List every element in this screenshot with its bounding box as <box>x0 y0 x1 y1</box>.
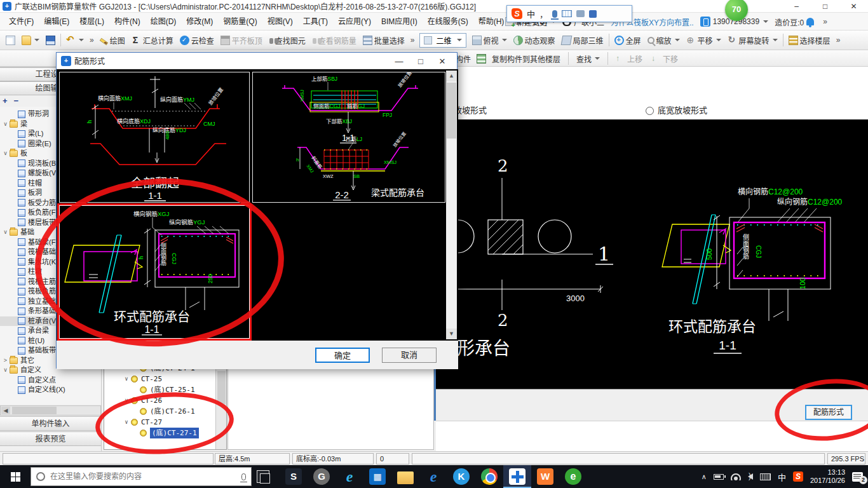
zoom-button[interactable]: 缩放 <box>644 34 683 47</box>
taskbar-app-slot[interactable] <box>336 465 363 488</box>
save-button[interactable] <box>43 34 58 46</box>
cancel-button[interactable]: 取消 <box>382 348 437 363</box>
overflow-chevron-icon[interactable]: » <box>834 36 843 44</box>
task-view-button[interactable] <box>257 470 269 483</box>
scrollbar-thumb[interactable] <box>447 83 456 139</box>
taskbar-app-slot[interactable] <box>503 465 531 488</box>
component-tree-item[interactable]: (底)CT-25-1 <box>104 384 226 395</box>
tree-expand-arrow-icon[interactable]: ∨ <box>122 374 131 384</box>
select-floor-button[interactable]: 选择楼层 <box>785 34 834 47</box>
start-button[interactable] <box>0 465 31 488</box>
ime-toolbox-icon[interactable] <box>589 10 597 18</box>
view-mode-combo[interactable]: 二维 <box>419 33 466 48</box>
new-file-button[interactable] <box>3 34 18 46</box>
open-file-button[interactable] <box>18 34 43 46</box>
scrollbar-thumb[interactable] <box>12 407 57 414</box>
view-rebar-button[interactable]: 查看钢筋量 <box>309 34 360 47</box>
scroll-down-arrow-icon[interactable]: ▼ <box>446 329 457 339</box>
tree-expand-arrow-icon[interactable]: > <box>1 356 10 365</box>
sidebar-tree-item[interactable]: 自定义点 <box>0 376 101 386</box>
menu-item[interactable]: 视图(V) <box>262 13 298 30</box>
menu-item[interactable]: 修改(M) <box>181 13 218 30</box>
move-down-button[interactable]: 下移 <box>648 52 681 65</box>
overflow-chevron-icon[interactable]: » <box>87 36 97 44</box>
menu-item[interactable]: 文件(F) <box>4 13 39 30</box>
option-beam-style[interactable]: 上部筋SBJ XMSJ 侧面筋CGJ 箍筋GJ 下部筋XBJ FPJ 放坡位置 … <box>252 72 445 203</box>
search-input[interactable] <box>50 472 236 481</box>
scroll-up-arrow-icon[interactable]: ▲ <box>446 71 457 81</box>
menu-item[interactable]: BIM应用(I) <box>376 13 423 30</box>
menu-item[interactable]: 云应用(Y) <box>333 13 376 30</box>
draw-button[interactable]: 绘图 <box>97 34 128 47</box>
tree-expand-arrow-icon[interactable]: ∨ <box>1 119 10 129</box>
scroll-left-arrow-icon[interactable]: ◀ <box>1 407 10 414</box>
component-tree-item[interactable]: ∨ CT-25 <box>104 374 226 384</box>
ime-skin-icon[interactable] <box>576 10 585 17</box>
mic-icon[interactable] <box>241 473 246 480</box>
tree-expand-arrow-icon[interactable]: ∨ <box>122 395 131 406</box>
taskbar-search[interactable] <box>31 467 252 486</box>
sogou-tray-icon[interactable]: S <box>793 471 803 482</box>
collapse-all-icon[interactable]: − <box>14 97 19 105</box>
overflow-chevron-icon[interactable]: » <box>820 17 830 26</box>
tab-single-component[interactable]: 单构件输入 <box>0 416 101 431</box>
align-slab-top-button[interactable]: 平齐板顶 <box>217 34 266 47</box>
cloud-check-button[interactable]: 云检查 <box>177 34 217 47</box>
top-view-button[interactable]: 俯视 <box>469 34 510 47</box>
tree-expand-arrow-icon[interactable]: ∨ <box>1 365 10 375</box>
summary-calc-button[interactable]: 汇总计算 <box>128 34 177 47</box>
component-list-scrollbar[interactable] <box>215 366 226 450</box>
taskbar-app-slot[interactable] <box>531 465 559 488</box>
menu-item[interactable]: 帮助(H) <box>473 13 510 30</box>
component-tree-item[interactable]: ∨ CT-26 <box>104 395 226 406</box>
ime-lang-toggle[interactable]: 中 <box>527 8 535 20</box>
rebar-form-button[interactable]: 配筋形式 <box>805 405 852 420</box>
sogou-logo-icon[interactable]: S <box>512 8 522 19</box>
dialog-scrollbar[interactable]: ▲ ▼ <box>446 71 457 339</box>
radio-bottom-width-form[interactable]: 底宽放坡形式 <box>646 102 707 119</box>
batch-select-button[interactable]: 批量选择 <box>360 34 408 47</box>
taskbar-app-slot[interactable] <box>447 465 475 488</box>
option-all-flipped[interactable]: h 横向面筋XMJ 纵向面筋YMJ 横向底筋XDJ 纵向底筋YDJ CMJ 放坡… <box>59 72 250 203</box>
scrollbar-thumb[interactable] <box>217 371 226 404</box>
overflow-chevron-icon[interactable]: » <box>408 36 417 44</box>
undo-button[interactable] <box>63 34 87 46</box>
menu-item[interactable]: 在线服务(S) <box>423 13 473 30</box>
taskbar-app-slot[interactable] <box>280 465 308 488</box>
tree-expand-arrow-icon[interactable]: ∨ <box>122 417 131 428</box>
cad-canvas[interactable]: 2 1 3000 2 矩形承台 <box>436 119 868 389</box>
sidebar-hscrollbar[interactable]: ◀ <box>0 405 101 416</box>
component-tree-item[interactable]: (底)CT-27-1 <box>104 428 226 438</box>
wifi-icon[interactable] <box>731 473 741 480</box>
expand-all-icon[interactable]: + <box>3 97 8 105</box>
beans-chunk[interactable]: 造价豆:0 <box>775 17 814 27</box>
maximize-button[interactable]: □ <box>811 0 839 13</box>
taskbar-app-slot[interactable] <box>475 465 503 488</box>
orbit-button[interactable]: 动态观察 <box>510 34 559 47</box>
move-up-button[interactable]: 上移 <box>613 52 646 65</box>
language-indicator[interactable]: 中 <box>778 471 786 483</box>
mic-icon[interactable] <box>552 10 557 18</box>
sogou-ime-bar[interactable]: S 中 ， <box>506 5 632 22</box>
taskbar-app-slot[interactable] <box>391 465 419 488</box>
taskbar-app-slot[interactable] <box>559 465 587 488</box>
dialog-close-button[interactable]: ✕ <box>431 57 453 66</box>
component-tree-item[interactable]: (底)CT-26-1 <box>104 406 226 417</box>
menu-item[interactable]: 编辑(E) <box>39 13 74 30</box>
dialog-minimize-button[interactable]: — <box>388 57 410 66</box>
menu-item[interactable]: 构件(N) <box>109 13 146 30</box>
keyboard-icon[interactable] <box>562 10 572 17</box>
find-button[interactable]: 查找 <box>573 52 603 65</box>
screen-rotate-button[interactable]: 屏幕旋转 <box>724 34 781 47</box>
menu-item[interactable]: 钢筋量(Q) <box>218 13 262 30</box>
sidebar-tree-item[interactable]: 自定义线(X) <box>0 385 101 395</box>
copy-to-floors-button[interactable]: 复制构件到其他楼层 <box>489 52 564 65</box>
ime-punct-toggle[interactable]: ， <box>539 8 548 20</box>
dialog-maximize-button[interactable]: □ <box>410 57 431 66</box>
find-element-button[interactable]: 查找图元 <box>266 34 309 47</box>
menu-item[interactable]: 楼层(L) <box>74 13 109 30</box>
local-3d-button[interactable]: 局部三维 <box>559 34 607 47</box>
pan-button[interactable]: 平移 <box>683 34 724 47</box>
tray-expand-icon[interactable]: ∧ <box>702 473 707 481</box>
tab-report-preview[interactable]: 报表预览 <box>0 431 101 446</box>
